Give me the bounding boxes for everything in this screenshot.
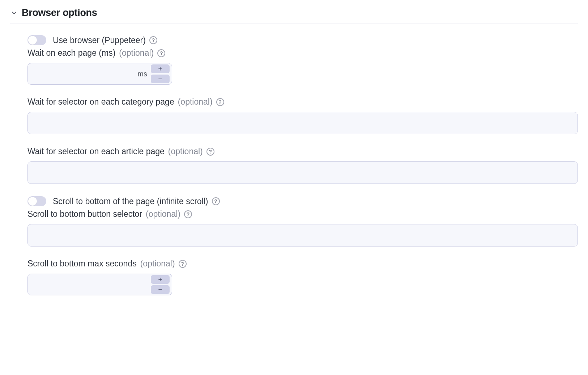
scroll-max-seconds-stepper: [151, 274, 170, 295]
scroll-bottom-toggle[interactable]: [27, 196, 46, 206]
wait-on-page-input[interactable]: [28, 63, 136, 84]
wait-on-page-label: Wait on each page (ms): [27, 48, 115, 58]
wait-category-selector-field: Wait for selector on each category page …: [27, 97, 578, 134]
wait-on-page-input-wrap: ms: [27, 63, 172, 85]
help-icon[interactable]: ?: [149, 36, 157, 44]
scroll-bottom-row: Scroll to bottom of the page (infinite s…: [27, 196, 578, 206]
scroll-button-selector-label: Scroll to bottom button selector: [27, 209, 142, 219]
help-icon[interactable]: ?: [179, 260, 187, 268]
help-icon[interactable]: ?: [216, 98, 224, 106]
optional-marker: (optional): [178, 97, 213, 107]
scroll-bottom-label-text: Scroll to bottom of the page (infinite s…: [53, 197, 208, 206]
scroll-bottom-label: Scroll to bottom of the page (infinite s…: [53, 197, 220, 206]
section-header[interactable]: Browser options: [10, 4, 578, 24]
optional-marker: (optional): [168, 147, 203, 156]
use-browser-label: Use browser (Puppeteer) ?: [53, 35, 157, 45]
optional-marker: (optional): [140, 259, 175, 269]
help-icon[interactable]: ?: [212, 197, 220, 205]
increment-button[interactable]: [151, 64, 170, 73]
wait-on-page-field: Wait on each page (ms) (optional) ? ms: [27, 48, 578, 85]
optional-marker: (optional): [146, 209, 180, 219]
decrement-button[interactable]: [151, 75, 170, 83]
scroll-max-seconds-field: Scroll to bottom max seconds (optional) …: [27, 259, 578, 295]
wait-category-selector-label: Wait for selector on each category page: [27, 97, 174, 107]
decrement-button[interactable]: [151, 285, 170, 294]
scroll-button-selector-input[interactable]: [27, 224, 578, 247]
use-browser-row: Use browser (Puppeteer) ?: [27, 35, 578, 45]
wait-article-selector-label: Wait for selector on each article page: [27, 147, 165, 156]
optional-marker: (optional): [119, 48, 154, 58]
section-title: Browser options: [22, 7, 97, 18]
help-icon[interactable]: ?: [206, 148, 214, 156]
scroll-max-seconds-input[interactable]: [28, 274, 151, 295]
chevron-down-icon: [11, 10, 17, 16]
wait-on-page-stepper: [151, 63, 170, 85]
toggle-knob: [28, 36, 37, 45]
scroll-max-seconds-input-wrap: [27, 274, 172, 295]
section-content: Use browser (Puppeteer) ? Wait on each p…: [10, 35, 578, 295]
ms-suffix: ms: [136, 70, 151, 78]
browser-options-panel: Browser options Use browser (Puppeteer) …: [10, 0, 578, 310]
help-icon[interactable]: ?: [157, 49, 165, 57]
use-browser-toggle[interactable]: [27, 35, 46, 45]
toggle-knob: [28, 197, 37, 206]
wait-article-selector-input[interactable]: [27, 161, 578, 184]
use-browser-label-text: Use browser (Puppeteer): [53, 35, 146, 45]
increment-button[interactable]: [151, 275, 170, 284]
wait-article-selector-field: Wait for selector on each article page (…: [27, 147, 578, 184]
wait-category-selector-input[interactable]: [27, 112, 578, 134]
scroll-max-seconds-label: Scroll to bottom max seconds: [27, 259, 137, 269]
help-icon[interactable]: ?: [184, 210, 192, 218]
scroll-button-selector-field: Scroll to bottom button selector (option…: [27, 209, 578, 247]
